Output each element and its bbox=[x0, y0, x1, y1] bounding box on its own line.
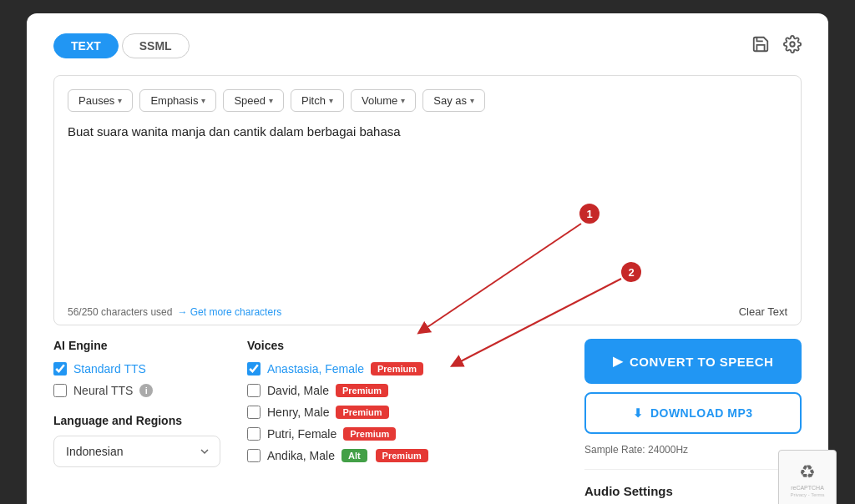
voice-anastasia-badge-premium: Premium bbox=[371, 362, 423, 375]
voice-andika-badge-premium: Premium bbox=[376, 449, 428, 462]
neural-tts-label: Neural TTS bbox=[73, 384, 133, 397]
top-bar: TEXT SSML bbox=[53, 33, 802, 58]
language-select[interactable]: Indonesian bbox=[53, 436, 220, 467]
settings-icon[interactable] bbox=[783, 35, 802, 58]
standard-tts-label: Standard TTS bbox=[73, 362, 146, 375]
download-mp3-button[interactable]: ⬇ DOWNLOAD MP3 bbox=[584, 392, 802, 434]
voice-putri-checkbox[interactable] bbox=[247, 427, 261, 441]
neural-tts-row: Neural TTS i bbox=[53, 384, 220, 397]
voice-putri-name: Putri, Female bbox=[267, 427, 336, 441]
char-count-row: 56/250 characters used → Get more charac… bbox=[68, 306, 281, 318]
audio-settings-row: Audio Settings + bbox=[584, 469, 802, 501]
pitch-button[interactable]: Pitch ▾ bbox=[291, 89, 344, 112]
text-input[interactable]: Buat suara wanita manja dan cantik dalam… bbox=[68, 122, 787, 289]
convert-btn-label: CONVERT TO SPEECH bbox=[630, 355, 773, 369]
neural-tts-info-icon[interactable]: i bbox=[139, 384, 153, 397]
top-icons bbox=[751, 35, 802, 58]
download-btn-label: DOWNLOAD MP3 bbox=[650, 406, 753, 420]
voices-list: Anastasia, Female Premium David, Male Pr… bbox=[247, 362, 558, 462]
voice-andika-row: Andika, Male Alt Premium bbox=[247, 449, 558, 462]
volume-button[interactable]: Volume ▾ bbox=[351, 89, 416, 112]
clear-text-button[interactable]: Clear Text bbox=[739, 305, 787, 318]
voice-putri-badge-premium: Premium bbox=[343, 427, 396, 441]
ai-engine-label: AI Engine bbox=[53, 339, 220, 352]
voice-david-name: David, Male bbox=[267, 384, 329, 397]
recaptcha-logo-icon: ♻ bbox=[799, 461, 816, 483]
audio-settings-label: Audio Settings bbox=[584, 484, 673, 498]
voice-anastasia-name: Anastasia, Female bbox=[267, 362, 364, 375]
recaptcha-widget: ♻ reCAPTCHA Privacy - Terms bbox=[778, 450, 837, 504]
voice-anastasia-checkbox[interactable] bbox=[247, 362, 261, 375]
language-region-label: Language and Regions bbox=[53, 414, 220, 427]
voice-david-badge-premium: Premium bbox=[336, 384, 388, 397]
voice-andika-badge-alt: Alt bbox=[341, 449, 367, 462]
recaptcha-label: reCAPTCHA bbox=[791, 485, 824, 491]
sample-rate-text: Sample Rate: 24000Hz bbox=[584, 444, 802, 456]
editor-footer: 56/250 characters used → Get more charac… bbox=[68, 299, 787, 318]
voice-henry-checkbox[interactable] bbox=[247, 406, 261, 419]
voice-putri-row: Putri, Female Premium bbox=[247, 427, 558, 441]
save-icon[interactable] bbox=[751, 35, 770, 58]
bottom-section: AI Engine Standard TTS Neural TTS i Lang… bbox=[53, 339, 802, 501]
voice-andika-checkbox[interactable] bbox=[247, 449, 261, 462]
speed-button[interactable]: Speed ▾ bbox=[223, 89, 284, 112]
left-panel: AI Engine Standard TTS Neural TTS i Lang… bbox=[53, 339, 220, 501]
voice-david-row: David, Male Premium bbox=[247, 384, 558, 397]
standard-tts-row: Standard TTS bbox=[53, 362, 220, 375]
voice-henry-badge-premium: Premium bbox=[336, 406, 388, 419]
standard-tts-checkbox[interactable] bbox=[53, 362, 67, 375]
emphasis-button[interactable]: Emphasis ▾ bbox=[139, 89, 216, 112]
tab-ssml[interactable]: SSML bbox=[122, 33, 190, 58]
voice-andika-name: Andika, Male bbox=[267, 449, 335, 462]
download-icon: ⬇ bbox=[633, 406, 644, 420]
editor-panel: Pauses ▾ Emphasis ▾ Speed ▾ Pitch ▾ Volu… bbox=[53, 75, 802, 325]
voice-henry-name: Henry, Male bbox=[267, 406, 329, 419]
get-more-characters-link[interactable]: → Get more characters bbox=[177, 306, 281, 318]
pauses-button[interactable]: Pauses ▾ bbox=[68, 89, 133, 112]
voice-anastasia-row: Anastasia, Female Premium bbox=[247, 362, 558, 375]
recaptcha-terms: Privacy - Terms bbox=[790, 492, 824, 497]
tab-text[interactable]: TEXT bbox=[53, 33, 119, 58]
convert-play-icon: ▶ bbox=[613, 354, 624, 369]
svg-point-0 bbox=[790, 42, 795, 47]
neural-tts-checkbox[interactable] bbox=[53, 384, 67, 397]
voice-david-checkbox[interactable] bbox=[247, 384, 261, 397]
right-panel: ▶ CONVERT TO SPEECH ⬇ DOWNLOAD MP3 Sampl… bbox=[584, 339, 802, 501]
voices-label: Voices bbox=[247, 339, 558, 352]
say-as-button[interactable]: Say as ▾ bbox=[422, 89, 485, 112]
tab-group: TEXT SSML bbox=[53, 33, 190, 58]
convert-to-speech-button[interactable]: ▶ CONVERT TO SPEECH bbox=[584, 339, 802, 384]
voices-panel: Voices Anastasia, Female Premium David, … bbox=[247, 339, 558, 501]
voice-henry-row: Henry, Male Premium bbox=[247, 406, 558, 419]
toolbar: Pauses ▾ Emphasis ▾ Speed ▾ Pitch ▾ Volu… bbox=[68, 89, 787, 112]
